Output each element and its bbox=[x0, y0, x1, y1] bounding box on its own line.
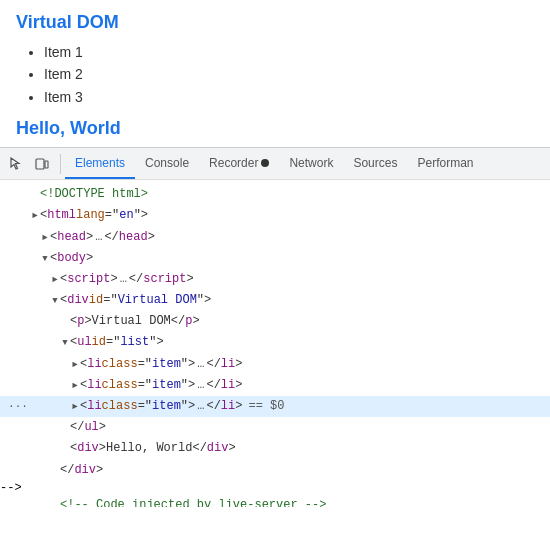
code-line-doctype: <!DOCTYPE html> bbox=[0, 184, 550, 205]
devtools-toolbar: Elements Console Recorder Network Source… bbox=[0, 148, 550, 180]
li2-toggle[interactable] bbox=[70, 376, 80, 395]
devtools-panel: Elements Console Recorder Network Source… bbox=[0, 147, 550, 507]
svg-rect-1 bbox=[45, 161, 48, 168]
code-line-html: <html lang="en"> bbox=[0, 205, 550, 226]
code-line-comment: <!-- Code injected by live-server --> bbox=[0, 495, 550, 507]
li3-toggle[interactable] bbox=[70, 397, 80, 416]
body-toggle[interactable] bbox=[40, 249, 50, 268]
page-subtitle: Hello, World bbox=[16, 118, 534, 139]
tab-console[interactable]: Console bbox=[135, 148, 199, 179]
code-line-li1: <li class="item"> … </li> bbox=[0, 354, 550, 375]
code-line-li2: <li class="item"> … </li> bbox=[0, 375, 550, 396]
div-virtual-toggle[interactable] bbox=[50, 291, 60, 310]
code-line-body-open: <body> bbox=[0, 248, 550, 269]
tab-network[interactable]: Network bbox=[279, 148, 343, 179]
item-list: Item 1 Item 2 Item 3 bbox=[16, 41, 534, 108]
script1-toggle[interactable] bbox=[50, 270, 60, 289]
list-item-1: Item 1 bbox=[44, 41, 534, 63]
code-line-div-virtual: <div id="Virtual DOM"> bbox=[0, 290, 550, 311]
tab-performance[interactable]: Performan bbox=[407, 148, 483, 179]
page-content: Virtual DOM Item 1 Item 2 Item 3 Hello, … bbox=[0, 0, 550, 147]
devtools-code-view[interactable]: <!DOCTYPE html> <html lang="en"> <head> … bbox=[0, 180, 550, 507]
svg-rect-0 bbox=[36, 159, 44, 169]
tab-sources[interactable]: Sources bbox=[343, 148, 407, 179]
code-line-ul: <ul id="list"> bbox=[0, 332, 550, 353]
toolbar-divider bbox=[60, 154, 61, 174]
code-line-script1: <script> … </script> bbox=[0, 269, 550, 290]
code-line-ul-close: </ul> bbox=[0, 417, 550, 438]
code-line-div-close: </div> bbox=[0, 460, 550, 481]
li1-toggle[interactable] bbox=[70, 355, 80, 374]
gutter-dots: ··· bbox=[8, 398, 28, 416]
head-toggle[interactable] bbox=[40, 228, 50, 247]
devtools-tabs: Elements Console Recorder Network Source… bbox=[65, 148, 484, 179]
page-title: Virtual DOM bbox=[16, 12, 534, 33]
list-item-2: Item 2 bbox=[44, 63, 534, 85]
recorder-dot-icon bbox=[261, 159, 269, 167]
device-icon[interactable] bbox=[30, 152, 54, 176]
code-line-p: <p>Virtual DOM</p> bbox=[0, 311, 550, 332]
tab-recorder[interactable]: Recorder bbox=[199, 148, 279, 179]
list-item-3: Item 3 bbox=[44, 86, 534, 108]
tab-elements[interactable]: Elements bbox=[65, 148, 135, 179]
code-line-head: <head> … </head> bbox=[0, 227, 550, 248]
html-toggle[interactable] bbox=[30, 206, 40, 225]
code-line-li3-selected[interactable]: ··· <li class="item"> … </li> == $0 bbox=[0, 396, 550, 417]
code-line-div-hello: <div>Hello, World</div> bbox=[0, 438, 550, 459]
ul-toggle[interactable] bbox=[60, 333, 70, 352]
dollar0-label: == $0 bbox=[248, 397, 284, 416]
inspect-icon[interactable] bbox=[4, 152, 28, 176]
